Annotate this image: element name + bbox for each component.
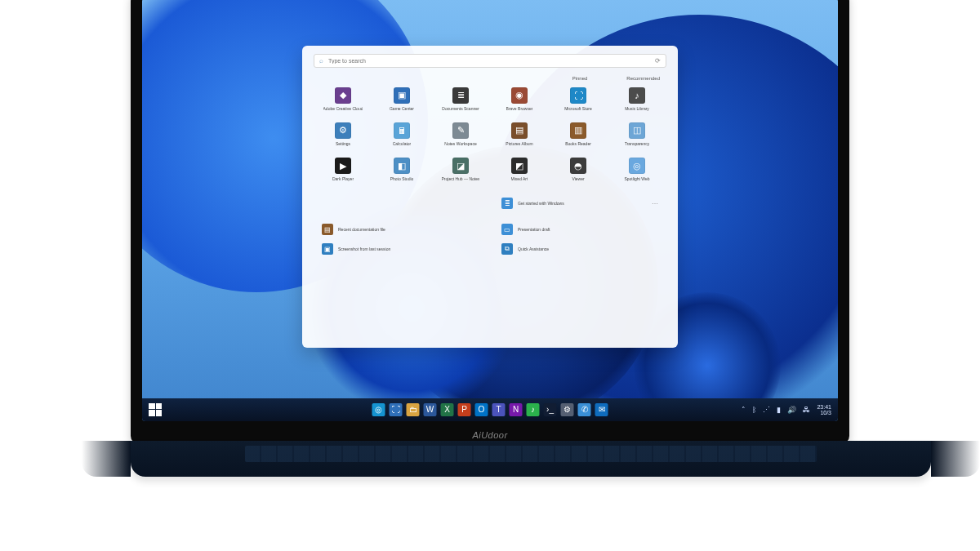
- pinned-app[interactable]: ▥Books Reader: [550, 119, 606, 149]
- pinned-app[interactable]: ◫Transparency: [609, 119, 665, 149]
- recommended-item[interactable]: ▭Presentation draft: [498, 222, 662, 237]
- music-icon[interactable]: ♪: [527, 403, 540, 416]
- outlook-icon[interactable]: O: [475, 403, 488, 416]
- settings-icon[interactable]: ⚙: [561, 403, 574, 416]
- app-label: Microsoft Store: [564, 106, 592, 111]
- app-label: Adobe Creative Cloud: [323, 106, 363, 111]
- teams-icon[interactable]: T: [492, 403, 506, 416]
- app-icon: ◉: [511, 87, 528, 104]
- pinned-app[interactable]: ◩Mixed Art: [492, 154, 547, 184]
- volume-icon[interactable]: 🔊: [787, 406, 796, 414]
- terminal-icon[interactable]: ›_: [544, 403, 557, 416]
- recommended-item[interactable]: ⧉Quick Assistance: [498, 242, 662, 256]
- keyboard: [245, 446, 817, 462]
- pinned-app[interactable]: ◓Viewer: [550, 154, 606, 184]
- taskbar-clock[interactable]: 23:41 10/3: [817, 404, 831, 415]
- pinned-app[interactable]: ✎Notes Workspace: [433, 119, 488, 149]
- explorer-icon[interactable]: 🗀: [407, 403, 420, 416]
- store-icon[interactable]: ⛶: [390, 403, 403, 416]
- app-label: Dark Player: [332, 176, 354, 181]
- desktop-screen: ⌕ ⟳ Pinned Recommended ◆Adobe Creative C…: [142, 0, 838, 421]
- network-icon[interactable]: 🖧: [803, 406, 810, 414]
- app-label: Settings: [336, 141, 350, 146]
- wifi-icon[interactable]: ⋰: [763, 406, 770, 414]
- app-label: Music Library: [625, 106, 649, 111]
- chat-icon[interactable]: ✆: [578, 403, 591, 416]
- screen-bezel: ⌕ ⟳ Pinned Recommended ◆Adobe Creative C…: [131, 0, 849, 444]
- app-icon: ✎: [452, 122, 469, 139]
- app-label: Mixed Art: [511, 176, 528, 181]
- laptop-frame: ⌕ ⟳ Pinned Recommended ◆Adobe Creative C…: [131, 0, 849, 477]
- pinned-app[interactable]: ▣Game Center: [374, 84, 430, 114]
- system-tray: ˄ ᛒ ⋰ ▮ 🔊 🖧 23:41 10/3: [742, 404, 831, 415]
- app-label: Brave Browser: [506, 106, 533, 111]
- word-icon[interactable]: W: [424, 403, 437, 416]
- pinned-grid: ◆Adobe Creative Cloud▣Game Center≣Docume…: [314, 84, 666, 185]
- rec-label: Recent documentation file: [338, 227, 385, 232]
- pinned-app[interactable]: ♪Music Library: [609, 84, 665, 114]
- onenote-icon[interactable]: N: [510, 403, 523, 416]
- keyboard-deck: [131, 441, 931, 477]
- app-icon: ▣: [394, 87, 410, 104]
- pinned-app[interactable]: ◧Photo Studio: [374, 154, 430, 184]
- pinned-app[interactable]: ◉Brave Browser: [492, 84, 547, 114]
- refresh-icon[interactable]: ⟳: [655, 57, 661, 64]
- app-icon: ⚙: [335, 122, 351, 139]
- app-label: Pictures Album: [506, 141, 532, 146]
- bluetooth-icon[interactable]: ᛒ: [752, 406, 756, 414]
- app-icon: ◪: [452, 158, 469, 174]
- app-icon: ◓: [570, 158, 586, 174]
- app-label: Calculator: [393, 141, 412, 146]
- app-icon: ◩: [511, 158, 528, 174]
- start-button[interactable]: [149, 403, 162, 416]
- app-icon: ▤: [511, 122, 528, 139]
- pinned-app[interactable]: ◪Project Hub — Notes: [433, 154, 488, 184]
- pinned-app[interactable]: ≣Documents Scanner: [433, 84, 488, 114]
- label-pinned: Pinned: [572, 76, 588, 81]
- app-label: Books Reader: [565, 141, 591, 146]
- pinned-app[interactable]: ▤Pictures Album: [492, 119, 547, 149]
- rec-label: Screenshot from last session: [338, 247, 390, 251]
- rec-get-started[interactable]: ≣ Get started with Windows ⋯: [498, 196, 662, 211]
- app-label: Notes Workspace: [444, 141, 476, 146]
- clock-time: 23:41: [817, 404, 831, 410]
- label-recommended: Recommended: [626, 76, 660, 81]
- rec-label: Quick Assistance: [518, 247, 549, 251]
- app-label: Spotlight Web: [624, 176, 649, 181]
- edge-icon[interactable]: ◎: [372, 403, 385, 416]
- rec-label: Presentation draft: [518, 227, 550, 232]
- pinned-app[interactable]: ▶Dark Player: [315, 154, 371, 184]
- app-icon: 🖩: [394, 122, 410, 139]
- app-icon: ▶: [335, 158, 351, 174]
- chevron-up-icon[interactable]: ˄: [742, 406, 746, 414]
- app-icon: ⛶: [570, 87, 586, 104]
- search-icon: ⌕: [319, 57, 323, 64]
- start-menu: ⌕ ⟳ Pinned Recommended ◆Adobe Creative C…: [302, 46, 678, 348]
- battery-icon[interactable]: ▮: [777, 406, 781, 414]
- app-label: Project Hub — Notes: [442, 176, 480, 181]
- app-icon: ♪: [629, 87, 645, 104]
- section-labels: Pinned Recommended: [314, 76, 660, 81]
- rec-label: Get started with Windows: [518, 201, 564, 206]
- app-label: Transparency: [625, 141, 649, 146]
- more-icon[interactable]: ⋯: [652, 200, 658, 207]
- mail-icon[interactable]: ✉: [595, 403, 608, 416]
- pinned-app[interactable]: ◆Adobe Creative Cloud: [315, 84, 371, 114]
- pinned-app[interactable]: 🖩Calculator: [374, 119, 430, 149]
- excel-icon[interactable]: X: [441, 403, 454, 416]
- app-icon: ◧: [394, 158, 410, 174]
- pinned-app[interactable]: ◎Spotlight Web: [609, 154, 665, 184]
- recommended-item[interactable]: ▣Screenshot from last session: [318, 242, 482, 256]
- recommended-item[interactable]: ▤Recent documentation file: [318, 222, 482, 237]
- app-icon: ◆: [335, 87, 351, 104]
- app-icon: ◫: [629, 122, 645, 139]
- file-icon: ⧉: [501, 243, 513, 255]
- pinned-app[interactable]: ⛶Microsoft Store: [550, 84, 606, 114]
- app-label: Documents Scanner: [442, 106, 479, 111]
- app-label: Game Center: [390, 106, 414, 111]
- clock-date: 10/3: [817, 410, 831, 415]
- search-input[interactable]: [328, 58, 650, 64]
- pinned-app[interactable]: ⚙Settings: [315, 119, 371, 149]
- ppt-icon[interactable]: P: [458, 403, 471, 416]
- search-field[interactable]: ⌕ ⟳: [314, 54, 666, 68]
